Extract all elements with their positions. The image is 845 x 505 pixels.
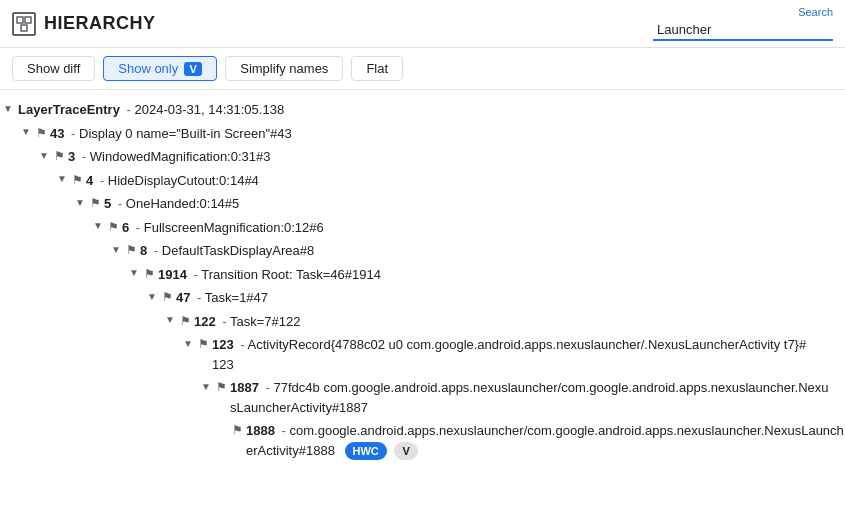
- toggle-icon[interactable]: ▼: [18, 124, 34, 140]
- node-label: 1914 - Transition Root: Task=46#1914: [158, 265, 381, 285]
- pin-icon: ⚑: [232, 421, 243, 439]
- v-badge: V: [394, 442, 417, 461]
- toggle-icon[interactable]: ▼: [90, 218, 106, 234]
- node-label: 123 - ActivityRecord{4788c02 u0 com.goog…: [212, 335, 812, 374]
- toggle-icon[interactable]: ▼: [72, 194, 88, 210]
- toolbar: Show diff Show only V Simplify names Fla…: [0, 48, 845, 90]
- header-left: HIERARCHY: [12, 12, 156, 36]
- node-label: 1887 - 77fdc4b com.google.android.apps.n…: [230, 378, 830, 417]
- show-only-badge: V: [184, 62, 202, 76]
- pin-icon: ⚑: [144, 265, 155, 283]
- toggle-icon[interactable]: ▼: [108, 241, 124, 257]
- toggle-icon[interactable]: ▼: [162, 312, 178, 328]
- hwc-badge: HWC: [345, 442, 387, 461]
- show-only-button[interactable]: Show only V: [103, 56, 217, 81]
- toggle-icon[interactable]: ▼: [144, 288, 160, 304]
- pin-icon: ⚑: [72, 171, 83, 189]
- svg-rect-0: [17, 17, 23, 23]
- node-label: 6 - FullscreenMagnification:0:12#6: [122, 218, 324, 238]
- pin-icon: ⚑: [180, 312, 191, 330]
- tree-row: ▼ ⚑ 8 - DefaultTaskDisplayArea#8: [0, 239, 845, 263]
- node-label: 43 - Display 0 name="Built-in Screen"#43: [50, 124, 292, 144]
- tree-row: ▼ ⚑ 1887 - 77fdc4b com.google.android.ap…: [0, 376, 845, 419]
- node-label: 1888 - com.google.android.apps.nexuslaun…: [246, 421, 845, 460]
- pin-icon: ⚑: [54, 147, 65, 165]
- tree-row: ▼ ⚑ 6 - FullscreenMagnification:0:12#6: [0, 216, 845, 240]
- pin-icon: ⚑: [36, 124, 47, 142]
- simplify-names-button[interactable]: Simplify names: [225, 56, 343, 81]
- node-label: 5 - OneHanded:0:14#5: [104, 194, 239, 214]
- svg-rect-2: [21, 25, 27, 31]
- search-label: Search: [798, 6, 833, 18]
- pin-icon: ⚑: [162, 288, 173, 306]
- search-container: Search: [653, 6, 833, 41]
- pin-icon: ⚑: [126, 241, 137, 259]
- node-label: 47 - Task=1#47: [176, 288, 268, 308]
- pin-icon: ⚑: [90, 194, 101, 212]
- node-label: 3 - WindowedMagnification:0:31#3: [68, 147, 270, 167]
- search-input[interactable]: [653, 20, 833, 41]
- node-label: 122 - Task=7#122: [194, 312, 301, 332]
- tree-row: ▼ LayerTraceEntry - 2024-03-31, 14:31:05…: [0, 98, 845, 122]
- tree-row: ⚑ 1888 - com.google.android.apps.nexusla…: [0, 419, 845, 462]
- tree-container[interactable]: ▼ LayerTraceEntry - 2024-03-31, 14:31:05…: [0, 90, 845, 499]
- tree-row: ▼ ⚑ 4 - HideDisplayCutout:0:14#4: [0, 169, 845, 193]
- header: HIERARCHY Search: [0, 0, 845, 48]
- pin-icon: ⚑: [198, 335, 209, 353]
- hierarchy-icon: [12, 12, 36, 36]
- toggle-icon[interactable]: ▼: [0, 100, 16, 116]
- toggle-icon[interactable]: ▼: [126, 265, 142, 281]
- page-title: HIERARCHY: [44, 13, 156, 34]
- toggle-icon[interactable]: ▼: [180, 335, 196, 351]
- tree-row: ▼ ⚑ 123 - ActivityRecord{4788c02 u0 com.…: [0, 333, 845, 376]
- toggle-icon[interactable]: ▼: [36, 147, 52, 163]
- tree-row: ▼ ⚑ 5 - OneHanded:0:14#5: [0, 192, 845, 216]
- flat-button[interactable]: Flat: [351, 56, 403, 81]
- show-diff-button[interactable]: Show diff: [12, 56, 95, 81]
- toggle-icon[interactable]: ▼: [54, 171, 70, 187]
- tree-row: ▼ ⚑ 3 - WindowedMagnification:0:31#3: [0, 145, 845, 169]
- tree-row: ▼ ⚑ 122 - Task=7#122: [0, 310, 845, 334]
- node-label: 4 - HideDisplayCutout:0:14#4: [86, 171, 259, 191]
- node-label: LayerTraceEntry - 2024-03-31, 14:31:05.1…: [18, 100, 284, 120]
- toggle-icon[interactable]: ▼: [198, 378, 214, 394]
- pin-icon: ⚑: [216, 378, 227, 396]
- tree-row: ▼ ⚑ 43 - Display 0 name="Built-in Screen…: [0, 122, 845, 146]
- tree-row: ▼ ⚑ 47 - Task=1#47: [0, 286, 845, 310]
- pin-icon: ⚑: [108, 218, 119, 236]
- svg-rect-1: [25, 17, 31, 23]
- node-label: 8 - DefaultTaskDisplayArea#8: [140, 241, 314, 261]
- tree-row: ▼ ⚑ 1914 - Transition Root: Task=46#1914: [0, 263, 845, 287]
